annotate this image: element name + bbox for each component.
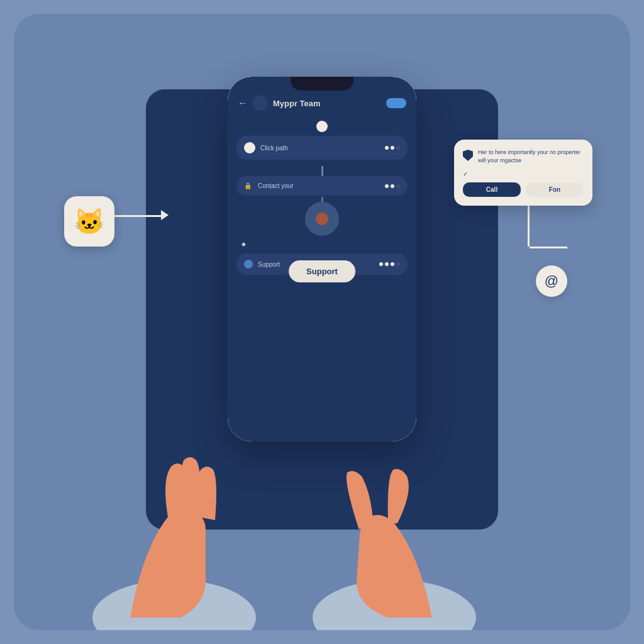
- item-dots: [385, 184, 400, 188]
- item-label: Contact your: [258, 182, 380, 189]
- dot: [391, 146, 394, 150]
- phone-header: ← Myppr Team: [238, 96, 406, 111]
- call-button[interactable]: Call: [463, 182, 521, 197]
- fon-button[interactable]: Fon: [526, 182, 584, 197]
- cat-emoji: 🐱: [74, 207, 105, 236]
- svg-point-1: [313, 580, 476, 630]
- phone-title: Myppr Team: [273, 99, 381, 108]
- popup-description: Her to here importantly your no properte…: [478, 148, 584, 164]
- header-toggle[interactable]: [386, 98, 406, 108]
- top-connector-circle: [316, 121, 328, 132]
- connector-line: [321, 166, 323, 176]
- phone-screen: ← Myppr Team Click path: [228, 77, 416, 441]
- checkmark-icon: ✓: [463, 170, 584, 177]
- popup-header: Her to here importantly your no properte…: [463, 148, 584, 164]
- item-label: Click path: [260, 145, 380, 152]
- popup-action-buttons: Call Fon: [463, 182, 584, 197]
- list-item[interactable]: Click path: [236, 136, 408, 160]
- small-arrow-icon: ◆: [242, 241, 246, 247]
- phone-content-area: Click path 🔒 Contact your: [236, 121, 408, 297]
- avatar-circle: [253, 96, 268, 111]
- list-item[interactable]: 🔒 Contact your: [236, 176, 408, 196]
- popup-horizontal-connector: [530, 247, 567, 248]
- svg-point-0: [92, 580, 256, 630]
- dot: [391, 184, 394, 188]
- finger-indicator: [316, 213, 328, 225]
- item-icon-circle: [244, 142, 255, 153]
- dot: [385, 262, 389, 266]
- dot: [385, 146, 389, 150]
- main-scene: 🐱 ← Myppr Team Clic: [14, 14, 630, 630]
- at-symbol: @: [545, 273, 558, 289]
- phone-notch: [291, 77, 353, 91]
- item-dots: [385, 146, 400, 150]
- dot: [391, 262, 394, 266]
- cat-app-icon[interactable]: 🐱: [64, 196, 114, 247]
- dot: [379, 262, 383, 266]
- support-button[interactable]: Support: [289, 260, 355, 282]
- dot: [396, 262, 400, 266]
- shield-icon: [463, 150, 473, 161]
- item-icon-circle-small: [244, 260, 253, 269]
- dial-circle[interactable]: [305, 202, 339, 236]
- back-icon[interactable]: ←: [238, 97, 248, 109]
- dot: [385, 184, 389, 188]
- email-icon[interactable]: @: [536, 265, 567, 297]
- arrow-head-icon: [161, 210, 169, 220]
- phone-mockup: ← Myppr Team Click path: [228, 77, 416, 441]
- arrow-line: [114, 215, 165, 217]
- lock-icon: 🔒: [244, 182, 252, 189]
- dot: [396, 184, 400, 188]
- popup-notification: Her to here importantly your no properte…: [454, 140, 592, 206]
- dot: [396, 146, 400, 150]
- item-dots: [379, 262, 400, 266]
